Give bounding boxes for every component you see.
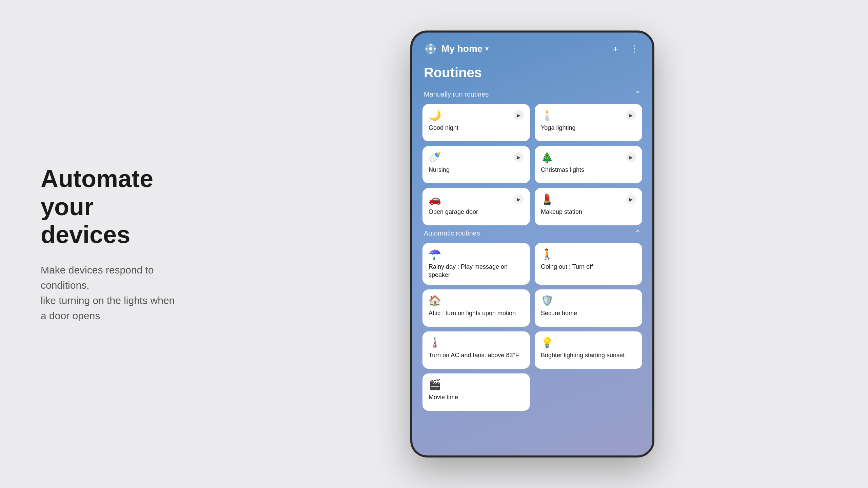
manually-cards-grid: 🌙 ▶ Good night 🕯️ ▶ Yoga lighting bbox=[422, 104, 642, 225]
scroll-area[interactable]: Routines Manually run routines ⌃ 🌙 ▶ Goo… bbox=[412, 62, 652, 455]
device-wrapper: My home ▾ + ⋮ Routines Manually run rout… bbox=[197, 17, 868, 471]
good-night-label: Good night bbox=[429, 124, 524, 132]
garage-door-label: Open garage door bbox=[429, 208, 524, 216]
device-frame: My home ▾ + ⋮ Routines Manually run rout… bbox=[410, 30, 654, 458]
makeup-station-play-btn[interactable]: ▶ bbox=[626, 194, 636, 204]
hero-subtitle: Make devices respond to conditions,like … bbox=[41, 262, 176, 323]
home-name[interactable]: My home ▾ bbox=[441, 43, 488, 54]
svg-point-5 bbox=[434, 48, 436, 50]
automatic-collapse-btn[interactable]: ⌃ bbox=[635, 229, 641, 238]
christmas-lights-label: Christmas lights bbox=[541, 166, 636, 174]
garage-door-icon: 🚗 bbox=[429, 194, 441, 204]
secure-home-label: Secure home bbox=[541, 309, 636, 317]
going-out-icon: 🚶 bbox=[541, 249, 553, 259]
yoga-lighting-play-btn[interactable]: ▶ bbox=[626, 110, 636, 120]
brighter-lighting-label: Brighter lighting starting sunset bbox=[541, 351, 636, 359]
nursing-icon: 🍼 bbox=[429, 152, 441, 162]
ac-fans-icon: 🌡️ bbox=[429, 338, 441, 348]
routine-card-going-out[interactable]: 🚶 Going out : Turn off bbox=[535, 243, 642, 285]
brighter-lighting-icon: 💡 bbox=[541, 338, 553, 348]
device-header: My home ▾ + ⋮ bbox=[412, 33, 652, 62]
header-right: + ⋮ bbox=[610, 43, 640, 55]
christmas-lights-play-btn[interactable]: ▶ bbox=[626, 152, 636, 162]
routine-card-christmas-lights[interactable]: 🎄 ▶ Christmas lights bbox=[535, 146, 642, 183]
routine-card-garage-door[interactable]: 🚗 ▶ Open garage door bbox=[422, 188, 530, 225]
routine-card-yoga-lighting[interactable]: 🕯️ ▶ Yoga lighting bbox=[535, 104, 642, 141]
yoga-lighting-icon: 🕯️ bbox=[541, 110, 553, 120]
rainy-day-label: Rainy day : Play message on speaker bbox=[429, 263, 524, 279]
routine-card-attic[interactable]: 🏠 Attic : turn on lights upon motion bbox=[422, 289, 530, 327]
home-dropdown-arrow[interactable]: ▾ bbox=[485, 45, 488, 53]
header-left: My home ▾ bbox=[425, 43, 488, 55]
good-night-play-btn[interactable]: ▶ bbox=[514, 110, 524, 120]
hero-title: Automate your devices bbox=[41, 165, 176, 249]
svg-point-4 bbox=[426, 48, 428, 50]
movie-time-label: Movie time bbox=[429, 393, 524, 401]
nursing-play-btn[interactable]: ▶ bbox=[514, 152, 524, 162]
makeup-station-label: Makeup station bbox=[541, 208, 636, 216]
garage-door-play-btn[interactable]: ▶ bbox=[514, 194, 524, 204]
smartthings-icon bbox=[425, 43, 437, 55]
secure-home-icon: 🛡️ bbox=[541, 296, 553, 306]
routines-title: Routines bbox=[422, 65, 642, 80]
automatic-cards-grid: ☂️ Rainy day : Play message on speaker 🚶… bbox=[422, 243, 642, 411]
nursing-label: Nursing bbox=[429, 166, 524, 174]
routine-card-movie-time[interactable]: 🎬 Movie time bbox=[422, 373, 530, 411]
manually-section-label: Manually run routines bbox=[424, 90, 489, 98]
attic-label: Attic : turn on lights upon motion bbox=[429, 309, 524, 317]
manually-collapse-btn[interactable]: ⌃ bbox=[635, 90, 641, 99]
automatic-section-label: Automatic routines bbox=[424, 229, 480, 237]
ac-fans-label: Turn on AC and fans: above 83°F bbox=[429, 351, 524, 359]
good-night-icon: 🌙 bbox=[429, 110, 441, 120]
add-button[interactable]: + bbox=[610, 43, 621, 55]
christmas-lights-icon: 🎄 bbox=[541, 152, 553, 162]
left-panel: Automate your devices Make devices respo… bbox=[0, 138, 197, 350]
routine-card-rainy-day[interactable]: ☂️ Rainy day : Play message on speaker bbox=[422, 243, 530, 285]
rainy-day-icon: ☂️ bbox=[429, 249, 441, 259]
svg-point-1 bbox=[429, 47, 432, 50]
going-out-label: Going out : Turn off bbox=[541, 263, 636, 271]
movie-time-icon: 🎬 bbox=[429, 380, 441, 390]
automatic-section-header: Automatic routines ⌃ bbox=[422, 229, 642, 238]
manually-section-header: Manually run routines ⌃ bbox=[422, 90, 642, 99]
routine-card-secure-home[interactable]: 🛡️ Secure home bbox=[535, 289, 642, 327]
routine-card-nursing[interactable]: 🍼 ▶ Nursing bbox=[422, 146, 530, 183]
makeup-station-icon: 💄 bbox=[541, 194, 553, 204]
routine-card-ac-fans[interactable]: 🌡️ Turn on AC and fans: above 83°F bbox=[422, 331, 530, 369]
more-button[interactable]: ⋮ bbox=[629, 43, 640, 55]
svg-point-2 bbox=[430, 44, 432, 46]
routine-card-brighter-lighting[interactable]: 💡 Brighter lighting starting sunset bbox=[535, 331, 642, 369]
routine-card-makeup-station[interactable]: 💄 ▶ Makeup station bbox=[535, 188, 642, 225]
yoga-lighting-label: Yoga lighting bbox=[541, 124, 636, 132]
routine-card-good-night[interactable]: 🌙 ▶ Good night bbox=[422, 104, 530, 141]
svg-point-3 bbox=[430, 52, 432, 54]
attic-icon: 🏠 bbox=[429, 296, 441, 306]
